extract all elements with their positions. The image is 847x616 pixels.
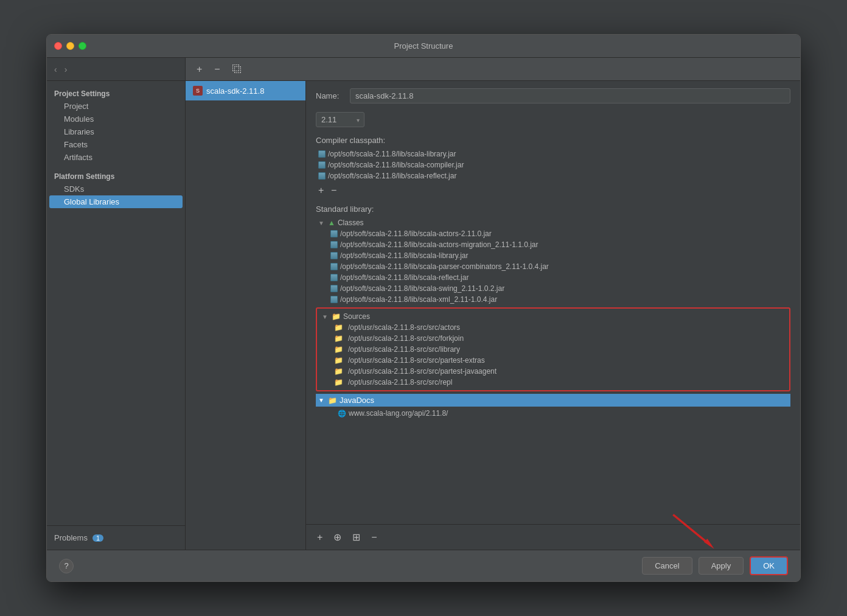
class-jar-icon-3 [330, 263, 338, 270]
javadocs-folder-icon: 📁 [328, 396, 337, 405]
src-folder-5: 📁/opt/usr/scala-2.11.8-src/src/repl [332, 377, 787, 388]
classes-toggle[interactable]: ▼ [318, 220, 326, 226]
sidebar-item-project[interactable]: Project [49, 100, 183, 113]
src-folder-icon-4: 📁 [334, 367, 343, 376]
apply-button[interactable]: Apply [699, 557, 744, 575]
src-folder-icon-1: 📁 [334, 334, 343, 343]
class-jar-icon-4 [330, 274, 338, 281]
project-settings-label: Project Settings [47, 86, 185, 100]
standard-library-label: Standard library: [316, 205, 790, 214]
add-extra-button[interactable]: ⊞ [349, 530, 364, 544]
name-row: Name: [316, 88, 790, 103]
classes-tree-header[interactable]: ▼ ▲ Classes [316, 217, 790, 228]
classes-folder-icon: ▲ [328, 219, 335, 227]
sidebar-items: Project Settings Project Modules Librari… [47, 81, 185, 525]
detail-bottom-toolbar: + ⊕ ⊞ − [306, 524, 800, 550]
class-jar-icon-5 [330, 285, 338, 292]
sidebar-item-facets[interactable]: Facets [49, 138, 183, 151]
class-jar-icon-6 [330, 296, 338, 303]
class-jar-3: /opt/soft/scala-2.11.8/lib/scala-parser-… [328, 261, 790, 272]
close-button[interactable] [54, 42, 62, 50]
web-icon: 🌐 [338, 410, 346, 418]
sources-folder-icon: 📁 [332, 312, 341, 321]
src-folder-icon-3: 📁 [334, 356, 343, 365]
problems-badge: 1 [92, 534, 103, 542]
platform-settings-label: Platform Settings [47, 169, 185, 183]
compiler-classpath-label: Compiler classpath: [316, 136, 790, 145]
detail-panel: Name: 2.11 2.12 2.10 [306, 81, 800, 550]
minimize-button[interactable] [66, 42, 74, 50]
class-jar-1: /opt/soft/scala-2.11.8/lib/scala-actors-… [328, 239, 790, 250]
cancel-button[interactable]: Cancel [642, 557, 692, 575]
jar-icon-2 [318, 161, 326, 169]
problems-label: Problems [54, 533, 88, 542]
sidebar-bottom: Problems 1 [47, 525, 185, 550]
detail-content: Name: 2.11 2.12 2.10 [306, 81, 800, 524]
classes-tree: ▼ ▲ Classes /opt/soft/scala-2.11.8/lib/s… [316, 217, 790, 305]
add-sdk-button[interactable]: + [193, 63, 206, 76]
class-jar-icon-2 [330, 252, 338, 259]
add-classpath-button[interactable]: + [316, 184, 326, 197]
compiler-jar-1: /opt/soft/scala-2.11.8/lib/scala-library… [316, 149, 790, 159]
window-title: Project Structure [394, 41, 453, 51]
class-jar-4: /opt/soft/scala-2.11.8/lib/scala-reflect… [328, 272, 790, 283]
compiler-jar-2: /opt/soft/scala-2.11.8/lib/scala-compile… [316, 159, 790, 170]
class-jar-0: /opt/soft/scala-2.11.8/lib/scala-actors-… [328, 228, 790, 239]
sources-box: ▼ 📁 Sources 📁/opt/usr/scala-2.11.8-src/s… [316, 307, 790, 391]
forward-button[interactable]: › [62, 63, 70, 75]
version-select[interactable]: 2.11 2.12 2.10 [316, 112, 364, 127]
class-jar-icon-1 [330, 241, 338, 248]
sidebar-item-sdks[interactable]: SDKs [49, 183, 183, 195]
project-structure-dialog: Project Structure ‹ › Project Settings P… [46, 34, 801, 582]
javadoc-urls: 🌐 www.scala-lang.org/api/2.11.8/ [316, 408, 790, 419]
src-folder-icon-2: 📁 [334, 345, 343, 354]
src-folder-1: 📁/opt/usr/scala-2.11.8-src/src/forkjoin [332, 333, 787, 344]
sdk-icon: S [193, 86, 203, 96]
maximize-button[interactable] [78, 42, 86, 50]
class-jar-icon-0 [330, 230, 338, 237]
remove-entry-button[interactable]: − [368, 531, 380, 544]
src-folder-icon-5: 📁 [334, 378, 343, 387]
ok-button[interactable]: OK [750, 556, 788, 575]
sdk-list-item[interactable]: S scala-sdk-2.11.8 [186, 81, 305, 100]
javadocs-toggle[interactable]: ▼ [318, 397, 326, 404]
back-button[interactable]: ‹ [52, 63, 60, 75]
src-folder-0: 📁/opt/usr/scala-2.11.8-src/src/actors [332, 322, 787, 333]
compiler-jar-3: /opt/soft/scala-2.11.8/lib/scala-reflect… [316, 170, 790, 181]
source-folders-list: 📁/opt/usr/scala-2.11.8-src/src/actors 📁/… [319, 322, 787, 388]
add-entry-button[interactable]: + [313, 531, 326, 544]
add-external-button[interactable]: ⊕ [330, 530, 345, 544]
compiler-classpath-section: Compiler classpath: /opt/soft/scala-2.11… [316, 136, 790, 197]
sdk-list-panel: S scala-sdk-2.11.8 [186, 81, 306, 550]
sidebar-item-global-libraries[interactable]: Global Libraries [49, 195, 183, 208]
titlebar: Project Structure [47, 35, 800, 58]
class-jar-2: /opt/soft/scala-2.11.8/lib/scala-library… [328, 250, 790, 261]
dialog-footer: ? Cancel Apply OK [47, 550, 800, 581]
sources-toggle[interactable]: ▼ [322, 313, 329, 320]
version-dropdown: 2.11 2.12 2.10 [316, 112, 790, 127]
sidebar-item-problems[interactable]: Problems 1 [54, 531, 178, 545]
panel-row: S scala-sdk-2.11.8 Name: [186, 81, 800, 550]
src-folder-4: 📁/opt/usr/scala-2.11.8-src/src/partest-j… [332, 366, 787, 377]
sidebar-item-libraries[interactable]: Libraries [49, 125, 183, 138]
javadocs-tree: ▼ 📁 JavaDocs 🌐 www.scala-lang.org/api/2.… [316, 394, 790, 419]
jar-icon-1 [318, 150, 326, 158]
src-folder-2: 📁/opt/usr/scala-2.11.8-src/src/library [332, 344, 787, 355]
class-jar-6: /opt/soft/scala-2.11.8/lib/scala-xml_2.1… [328, 294, 790, 305]
sidebar: ‹ › Project Settings Project Modules Lib… [47, 58, 186, 550]
sources-header[interactable]: ▼ 📁 Sources [319, 311, 787, 322]
help-button[interactable]: ? [59, 559, 74, 573]
name-label: Name: [316, 91, 343, 100]
copy-sdk-button[interactable]: ⿻ [229, 63, 246, 76]
name-input[interactable] [350, 88, 790, 103]
jar-icon-3 [318, 172, 326, 180]
sidebar-toolbar: ‹ › [47, 58, 185, 81]
content-toolbar: + − ⿻ [186, 58, 800, 81]
remove-classpath-button[interactable]: − [329, 184, 339, 197]
sidebar-item-modules[interactable]: Modules [49, 113, 183, 125]
sidebar-item-artifacts[interactable]: Artifacts [49, 151, 183, 164]
remove-sdk-button[interactable]: − [211, 63, 223, 76]
javadoc-url-0: 🌐 www.scala-lang.org/api/2.11.8/ [335, 408, 790, 419]
src-folder-3: 📁/opt/usr/scala-2.11.8-src/src/partest-e… [332, 355, 787, 366]
javadocs-header[interactable]: ▼ 📁 JavaDocs [316, 394, 790, 407]
